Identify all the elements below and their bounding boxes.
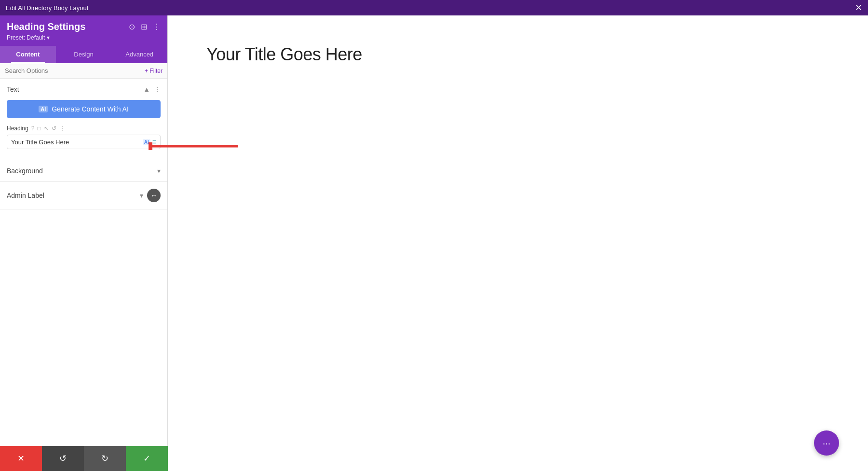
admin-label-section: Admin Label ▾ ↔ bbox=[0, 182, 167, 209]
admin-label-section-label: Admin Label bbox=[7, 192, 140, 199]
search-bar: + Filter bbox=[0, 63, 167, 79]
undo-button[interactable]: ↺ bbox=[42, 446, 84, 471]
expand-icon[interactable]: ↔ bbox=[147, 189, 161, 202]
sidebar-title: Heading Settings bbox=[7, 21, 85, 32]
ai-badge: AI bbox=[39, 106, 48, 112]
field-label-row: Heading ? □ ↖ ↺ ⋮ bbox=[7, 125, 161, 132]
tab-content[interactable]: Content bbox=[0, 46, 56, 63]
admin-label-section-header[interactable]: Admin Label ▾ ↔ bbox=[0, 182, 167, 209]
ai-generate-button[interactable]: AI Generate Content With AI bbox=[7, 100, 161, 118]
sidebar-content: Text ▲ ⋮ AI Generate Content With AI Hea… bbox=[0, 79, 167, 471]
tab-advanced[interactable]: Advanced bbox=[111, 46, 167, 63]
background-section-header[interactable]: Background ▾ bbox=[0, 160, 167, 181]
background-section: Background ▾ bbox=[0, 160, 167, 182]
cursor-icon[interactable]: ↖ bbox=[44, 125, 49, 132]
settings-icon[interactable]: ⊙ bbox=[129, 22, 135, 31]
more-icon[interactable]: ⋮ bbox=[153, 22, 161, 31]
ai-button-label: Generate Content With AI bbox=[52, 105, 129, 113]
admin-label-chevron-icon[interactable]: ▾ bbox=[140, 192, 143, 199]
tab-design[interactable]: Design bbox=[56, 46, 112, 63]
fab-button[interactable]: ··· bbox=[814, 430, 839, 456]
sidebar: Heading Settings ⊙ ⊞ ⋮ Preset: Default ▾… bbox=[0, 15, 168, 471]
save-button[interactable]: ✓ bbox=[126, 446, 168, 471]
layout-icon[interactable]: ⊞ bbox=[141, 22, 147, 31]
redo-button[interactable]: ↻ bbox=[84, 446, 126, 471]
top-bar-title: Edit All Directory Body Layout bbox=[6, 4, 855, 12]
sidebar-tabs: Content Design Advanced bbox=[0, 46, 167, 63]
text-section: Text ▲ ⋮ AI Generate Content With AI Hea… bbox=[0, 79, 167, 160]
filter-button[interactable]: + Filter bbox=[145, 68, 163, 74]
sidebar-header-icons: ⊙ ⊞ ⋮ bbox=[129, 22, 161, 31]
text-section-icons: ▲ ⋮ bbox=[143, 85, 161, 93]
top-bar: Edit All Directory Body Layout ✕ bbox=[0, 0, 868, 15]
collapse-icon[interactable]: ▲ bbox=[143, 85, 150, 93]
fab-icon: ··· bbox=[823, 438, 831, 449]
main-content: Your Title Goes Here ··· bbox=[168, 15, 868, 471]
heading-input-row: AI ≡ bbox=[7, 135, 161, 149]
field-more-icon[interactable]: ⋮ bbox=[59, 125, 65, 132]
preset-label[interactable]: Preset: Default ▾ bbox=[7, 34, 161, 41]
search-input[interactable] bbox=[5, 67, 145, 74]
heading-input[interactable] bbox=[11, 139, 143, 146]
background-chevron-icon[interactable]: ▾ bbox=[157, 167, 161, 175]
text-section-more-icon[interactable]: ⋮ bbox=[154, 85, 161, 93]
cancel-button[interactable]: ✕ bbox=[0, 446, 42, 471]
text-section-header[interactable]: Text ▲ ⋮ bbox=[0, 79, 167, 100]
heading-field: Heading ? □ ↖ ↺ ⋮ AI ≡ bbox=[7, 125, 161, 149]
text-section-body: AI Generate Content With AI Heading ? □ … bbox=[0, 100, 167, 160]
text-section-label: Text bbox=[7, 85, 143, 93]
close-button[interactable]: ✕ bbox=[855, 3, 862, 12]
copy-icon[interactable]: □ bbox=[37, 125, 41, 132]
undo-icon[interactable]: ↺ bbox=[52, 125, 56, 132]
sidebar-header: Heading Settings ⊙ ⊞ ⋮ Preset: Default ▾ bbox=[0, 15, 167, 46]
canvas-title: Your Title Goes Here bbox=[206, 44, 362, 65]
sidebar-header-row: Heading Settings ⊙ ⊞ ⋮ bbox=[7, 21, 161, 32]
red-arrow-annotation bbox=[149, 142, 238, 150]
field-label: Heading bbox=[7, 125, 28, 132]
admin-label-icons: ▾ ↔ bbox=[140, 189, 161, 202]
main-canvas: Your Title Goes Here ··· bbox=[168, 15, 868, 471]
sidebar-bottom: ✕ ↺ ↻ ✓ bbox=[0, 446, 168, 471]
background-section-label: Background bbox=[7, 167, 157, 175]
help-icon[interactable]: ? bbox=[31, 125, 35, 132]
